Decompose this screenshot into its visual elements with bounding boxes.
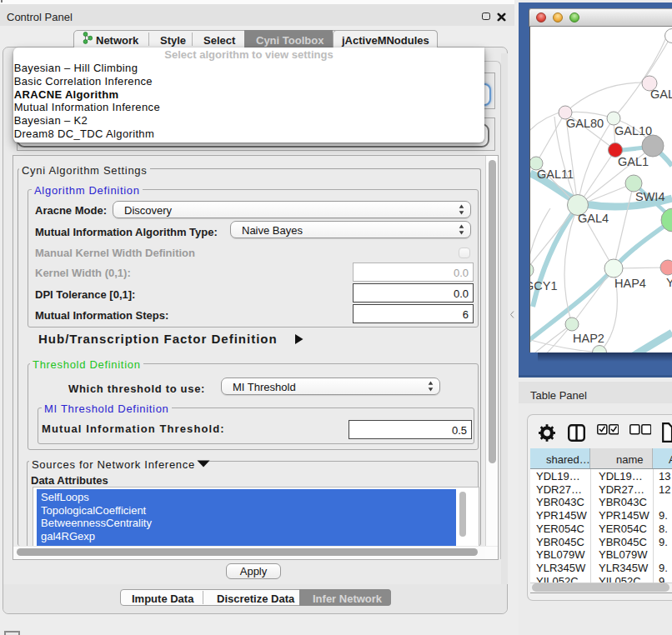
svg-text:SWI4: SWI4	[635, 190, 664, 203]
svg-text:GAL10: GAL10	[614, 124, 652, 138]
svg-text:Y: Y	[666, 276, 672, 289]
svg-text:GCY1: GCY1	[530, 279, 558, 292]
svg-text:GAL80: GAL80	[566, 117, 604, 130]
svg-text:GAL4: GAL4	[578, 212, 609, 225]
svg-text:GAL: GAL	[650, 88, 672, 101]
svg-text:HAP4: HAP4	[614, 277, 646, 290]
svg-text:HAP2: HAP2	[573, 332, 604, 345]
svg-text:GAL1: GAL1	[618, 155, 649, 168]
svg-text:GAL11: GAL11	[537, 168, 574, 181]
